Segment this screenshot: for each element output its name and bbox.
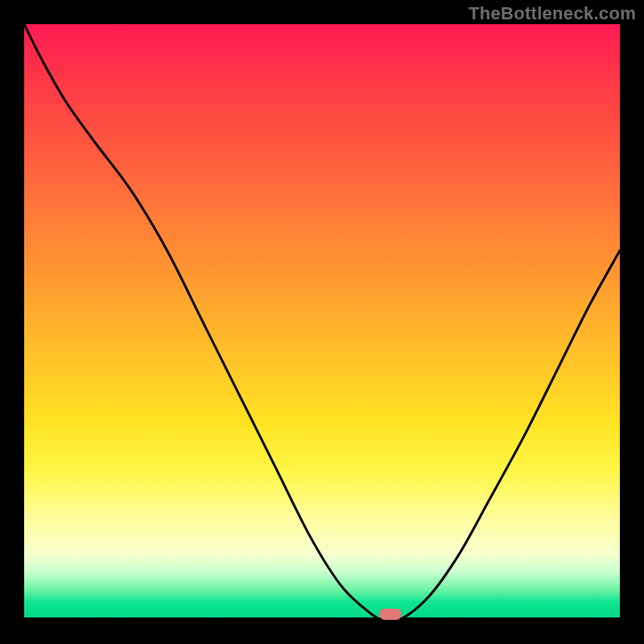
curve-layer (24, 24, 620, 620)
bottleneck-curve (24, 24, 620, 620)
watermark-label: TheBottleneck.com (469, 3, 636, 24)
chart-frame: TheBottleneck.com (0, 0, 644, 644)
plot-area (24, 24, 620, 620)
baseline (24, 617, 620, 620)
optimal-marker (379, 609, 402, 620)
